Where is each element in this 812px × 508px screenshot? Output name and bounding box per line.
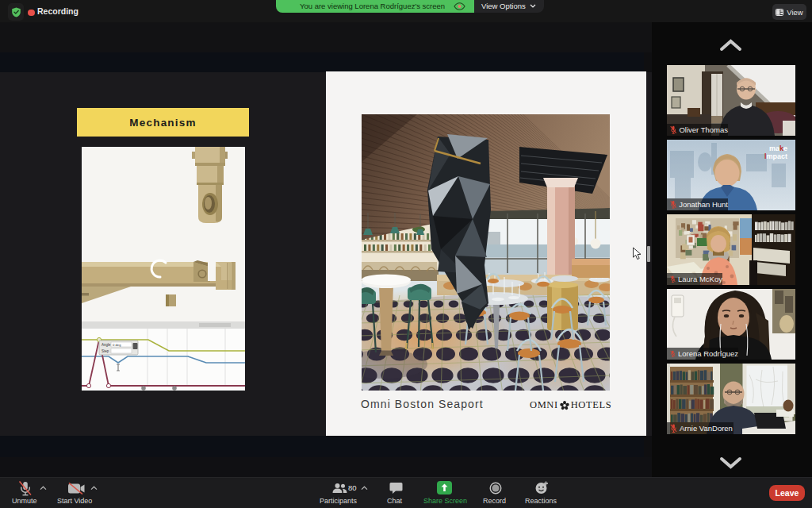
svg-text:lmpact: lmpact (764, 152, 787, 160)
svg-text:Step: Step (102, 349, 109, 353)
svg-text:make: make (769, 144, 787, 152)
svg-text:0 deg: 0 deg (113, 343, 121, 347)
svg-text:Angle: Angle (102, 343, 111, 347)
